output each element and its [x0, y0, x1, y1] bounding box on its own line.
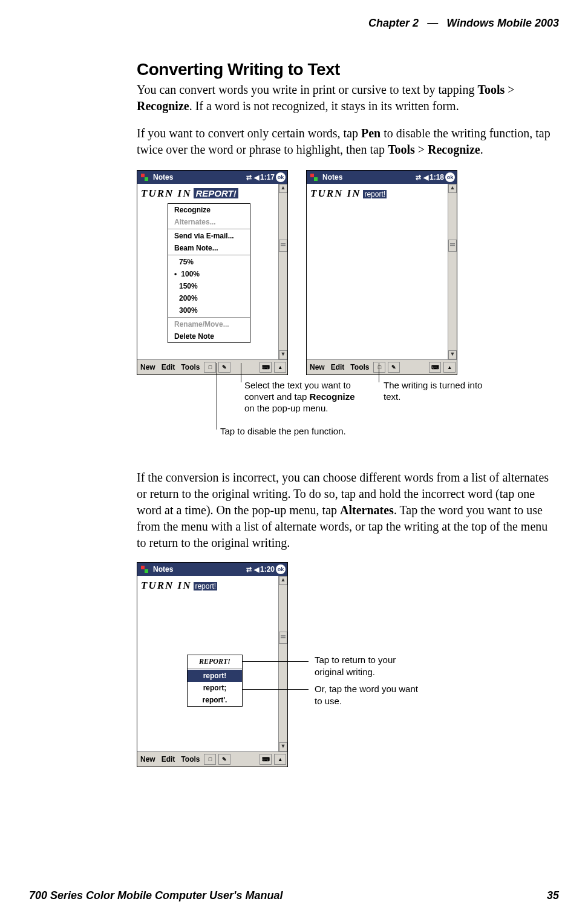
menu-tools[interactable]: Tools [178, 363, 203, 371]
record-icon[interactable]: □ [204, 362, 216, 373]
titlebar: Notes ⇄ ◀ 1:18 ok [307, 171, 457, 184]
scroll-up-icon[interactable]: ▲ [279, 184, 287, 193]
callout-line [217, 363, 217, 430]
menu-tools[interactable]: Tools [178, 755, 203, 764]
handwriting-text: TURN IN [141, 188, 191, 199]
menu-new[interactable]: New [137, 363, 158, 371]
connectivity-icon[interactable]: ⇄ [416, 174, 421, 182]
menu-edit[interactable]: Edit [158, 755, 178, 764]
note-canvas[interactable]: TURN IN report! REPORT! report! report; … [137, 576, 287, 751]
command-bar: New Edit Tools □ ✎ ⌨ ▴ [137, 751, 287, 767]
ok-button[interactable]: ok [276, 172, 286, 182]
figure-row-1: Notes ⇄ ◀ 1:17 ok TURN IN REPORT! Recogn… [137, 170, 559, 375]
speaker-icon[interactable]: ◀ [254, 174, 259, 182]
callout-line [242, 661, 309, 662]
callout-disable-pen: Tap to disable the pen function. [220, 426, 414, 437]
callout-line [242, 689, 309, 690]
pen-icon[interactable]: ✎ [218, 362, 230, 373]
app-title: Notes [153, 173, 173, 182]
menu-zoom-100[interactable]: • 100% [168, 268, 250, 280]
pen-icon[interactable]: ✎ [388, 362, 400, 373]
figure-row-2: Notes ⇄ ◀ 1:20 ok TURN IN report! REPORT… [137, 562, 559, 767]
menu-zoom-150[interactable]: 150% [168, 280, 250, 292]
scrollbar[interactable]: ▲ ▼ [278, 184, 287, 359]
menu-delete-note[interactable]: Delete Note [168, 330, 250, 342]
alt-original[interactable]: REPORT! [188, 655, 242, 668]
product-name: Windows Mobile 2003 [446, 17, 559, 30]
keyboard-icon[interactable]: ⌨ [260, 754, 272, 765]
manual-title: 700 Series Color Mobile Computer User's … [29, 889, 283, 902]
alt-option-1[interactable]: report! [188, 670, 242, 682]
start-icon[interactable] [140, 564, 151, 574]
pen-icon[interactable]: ✎ [218, 754, 230, 765]
speaker-icon[interactable]: ◀ [423, 174, 428, 182]
ok-button[interactable]: ok [445, 172, 455, 182]
menu-new[interactable]: New [137, 755, 158, 764]
connectivity-icon[interactable]: ⇄ [246, 566, 252, 574]
figure-2-annotations: Tap to return to your original writing. … [288, 562, 469, 767]
start-icon[interactable] [309, 172, 320, 182]
clock: 1:20 [260, 565, 275, 574]
converted-text[interactable]: report! [194, 582, 217, 590]
scroll-thumb[interactable] [279, 632, 287, 644]
keyboard-icon[interactable]: ⌨ [260, 362, 272, 373]
device-screenshot-3: Notes ⇄ ◀ 1:20 ok TURN IN report! REPORT… [137, 562, 288, 767]
menu-zoom-300[interactable]: 300% [168, 304, 250, 316]
keyboard-icon[interactable]: ⌨ [429, 362, 441, 373]
context-menu: Recognize Alternates... Send via E-mail.… [168, 203, 250, 343]
menu-recognize[interactable]: Recognize [168, 204, 250, 216]
scroll-down-icon[interactable]: ▼ [279, 350, 287, 359]
callout-recognize: Select the text you want to convert and … [244, 380, 365, 414]
menu-zoom-200[interactable]: 200% [168, 292, 250, 304]
selected-handwriting[interactable]: REPORT! [194, 188, 238, 198]
note-canvas[interactable]: TURN IN REPORT! Recognize Alternates... … [137, 184, 287, 359]
note-canvas[interactable]: TURN IN report! ▲ ▼ [307, 184, 457, 359]
menu-rename-move: Rename/Move... [168, 318, 250, 330]
menu-send-email[interactable]: Send via E-mail... [168, 230, 250, 242]
scroll-up-icon[interactable]: ▲ [448, 184, 457, 193]
command-bar: New Edit Tools □ ✎ ⌨ ▴ [307, 359, 457, 374]
scroll-thumb[interactable] [448, 240, 457, 252]
menu-edit[interactable]: Edit [328, 363, 348, 371]
scroll-down-icon[interactable]: ▼ [279, 742, 287, 751]
sip-up-icon[interactable]: ▴ [443, 362, 456, 373]
callout-turned-into-text: The writing is turned into text. [384, 380, 489, 403]
record-icon[interactable]: □ [204, 754, 216, 765]
menu-edit[interactable]: Edit [158, 363, 178, 371]
scroll-up-icon[interactable]: ▲ [279, 576, 287, 585]
speaker-icon[interactable]: ◀ [254, 566, 259, 574]
menu-beam-note[interactable]: Beam Note... [168, 242, 250, 254]
alt-option-2[interactable]: report; [188, 682, 242, 694]
scrollbar[interactable]: ▲ ▼ [278, 576, 287, 751]
start-icon[interactable] [140, 172, 151, 182]
page-footer: 700 Series Color Mobile Computer User's … [29, 889, 559, 902]
menu-tools[interactable]: Tools [347, 363, 372, 371]
scrollbar[interactable]: ▲ ▼ [448, 184, 457, 359]
page-number: 35 [547, 889, 559, 902]
connectivity-icon[interactable]: ⇄ [246, 174, 252, 182]
scroll-down-icon[interactable]: ▼ [448, 350, 457, 359]
handwriting-text: TURN IN [141, 580, 191, 591]
device-screenshot-1: Notes ⇄ ◀ 1:17 ok TURN IN REPORT! Recogn… [137, 170, 288, 375]
callout-line [241, 363, 241, 382]
chapter-label: Chapter 2 [368, 17, 419, 30]
clock: 1:18 [430, 173, 444, 182]
section-title: Converting Writing to Text [137, 60, 559, 79]
titlebar: Notes ⇄ ◀ 1:20 ok [137, 563, 287, 576]
paragraph-1: You can convert words you write in print… [137, 82, 559, 114]
paragraph-3: If the conversion is incorrect, you can … [137, 469, 559, 551]
alternates-menu: REPORT! report! report; report'. [187, 655, 243, 707]
running-header: Chapter 2 — Windows Mobile 2003 [29, 17, 559, 30]
record-icon[interactable]: □ [373, 362, 385, 373]
command-bar: New Edit Tools □ ✎ ⌨ ▴ [137, 359, 287, 374]
sip-up-icon[interactable]: ▴ [274, 754, 286, 765]
alt-option-3[interactable]: report'. [188, 694, 242, 706]
converted-text[interactable]: report! [363, 190, 387, 198]
scroll-thumb[interactable] [279, 240, 287, 252]
app-title: Notes [153, 565, 173, 574]
menu-zoom-75[interactable]: 75% [168, 256, 250, 268]
sip-up-icon[interactable]: ▴ [274, 362, 286, 373]
mdash: — [427, 17, 438, 30]
menu-new[interactable]: New [307, 363, 328, 371]
ok-button[interactable]: ok [276, 564, 286, 574]
